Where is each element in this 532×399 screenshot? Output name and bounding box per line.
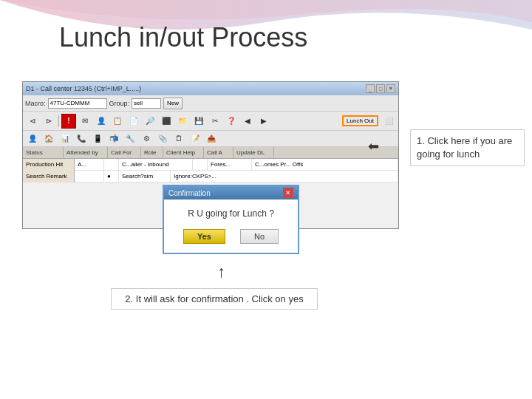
- production-row: Production Hit A... C...aller - Inbound …: [23, 159, 398, 171]
- macro-input[interactable]: [48, 98, 107, 109]
- search-cell-2: ●: [104, 171, 119, 182]
- icon-btn-r2-5[interactable]: 📱: [90, 132, 105, 146]
- icon-btn-r2-9[interactable]: 📎: [155, 132, 170, 146]
- callout-2-number: 2.: [125, 293, 133, 304]
- arrow-indicator-1: ⬅: [368, 138, 379, 154]
- col-role: Role: [141, 147, 163, 158]
- icon-btn-8[interactable]: ⬛: [159, 114, 174, 129]
- col-callfor: Call For: [108, 147, 141, 158]
- search-cell-4: Ignore:CKPS>...: [171, 171, 398, 182]
- prod-cell-3: C...aller - Inbound: [119, 159, 193, 170]
- icon-btn-12[interactable]: ❓: [224, 114, 239, 129]
- callout-1: 1. Click here if you are going for lunch: [410, 129, 525, 166]
- icon-btn-2[interactable]: ⊳: [41, 114, 56, 129]
- icon-btn-7[interactable]: 🔎: [143, 114, 157, 129]
- close-button[interactable]: ✕: [386, 84, 395, 93]
- minimize-button[interactable]: _: [366, 84, 375, 93]
- dialog-title: Confirmation: [168, 189, 211, 197]
- prod-cell-2: [104, 159, 119, 170]
- col-updatedl: Update DL: [233, 147, 274, 158]
- icon-btn-red[interactable]: !: [61, 114, 76, 129]
- dialog-no-button[interactable]: No: [240, 229, 279, 244]
- icon-btn-5[interactable]: 📋: [110, 114, 125, 129]
- maximize-button[interactable]: □: [376, 84, 385, 93]
- icon-btn-1[interactable]: ⊲: [25, 114, 40, 129]
- icon-btn-14[interactable]: ▶: [256, 114, 271, 129]
- icon-btn-10[interactable]: 💾: [191, 114, 206, 129]
- icon-btn-13[interactable]: ◀: [240, 114, 255, 129]
- col-attended: Attended by: [64, 147, 108, 158]
- icon-toolbar-1: ⊲ ⊳ ! ✉ 👤 📋 📄 🔎 ⬛ 📁 💾 ✂ ❓ ◀ ▶ Lunch Out …: [23, 112, 398, 131]
- callout-1-number: 1.: [417, 135, 425, 146]
- col-calla: Call A: [204, 147, 233, 158]
- group-label: Group:: [109, 100, 130, 107]
- window-controls: _ □ ✕: [366, 84, 395, 93]
- col-status: Status: [23, 147, 64, 158]
- search-label: Search Remark: [23, 171, 75, 183]
- search-cell-1: [75, 171, 104, 182]
- col-clienthelp: Client Help: [163, 147, 204, 158]
- macro-label: Macro:: [25, 100, 46, 107]
- icon-btn-3[interactable]: ✉: [78, 114, 92, 129]
- dialog-content: R U going for Lunch ? Yes No: [164, 200, 298, 253]
- dialog-message: R U going for Lunch ?: [173, 208, 289, 219]
- callout-1-text: Click here if you are going for lunch: [417, 135, 512, 160]
- page-title: Lunch in/out Process: [59, 22, 307, 53]
- data-area: Production Hit A... C...aller - Inbound …: [23, 159, 398, 183]
- prod-cell-1: A...: [75, 159, 104, 170]
- icon-btn-r2-8[interactable]: ⚙: [139, 132, 154, 146]
- icon-btn-right[interactable]: ⬜: [381, 114, 396, 129]
- confirmation-dialog: Confirmation ✕ R U going for Lunch ? Yes…: [163, 185, 299, 254]
- production-label: Production Hit: [23, 159, 75, 171]
- prod-cell-4: [193, 159, 208, 170]
- icon-btn-6[interactable]: 📄: [126, 114, 141, 129]
- group-input[interactable]: [132, 98, 161, 109]
- window-title: D1 - Call center 12345 (Ctrl+IMP_L.....): [26, 85, 141, 92]
- toolbar-row-1: Macro: Group: New: [23, 95, 398, 112]
- prod-cell-6: C...omes Pr... Offs: [252, 159, 398, 170]
- icon-btn-r2-4[interactable]: 📞: [74, 132, 89, 146]
- separator-1: [58, 115, 59, 127]
- icon-btn-r2-2[interactable]: 🏠: [41, 132, 56, 146]
- callout-2-text: It will ask for confirmation . Click on …: [136, 293, 304, 304]
- arrow-up-indicator: ↑: [217, 262, 225, 282]
- icon-btn-r2-1[interactable]: 👤: [25, 132, 40, 146]
- icon-btn-r2-10[interactable]: 🗒: [171, 132, 186, 146]
- icon-btn-r2-11[interactable]: 📝: [188, 132, 202, 146]
- icon-btn-r2-7[interactable]: 🔧: [123, 132, 137, 146]
- dialog-titlebar: Confirmation ✕: [164, 186, 298, 200]
- search-row: Search Remark ● Search?sim Ignore:CKPS>.…: [23, 171, 398, 183]
- icon-btn-r2-12[interactable]: 📤: [204, 132, 219, 146]
- icon-btn-9[interactable]: 📁: [175, 114, 190, 129]
- icon-btn-11[interactable]: ✂: [208, 114, 222, 129]
- callout-2: 2. It will ask for confirmation . Click …: [111, 288, 318, 310]
- lunch-out-button[interactable]: Lunch Out: [342, 115, 378, 126]
- column-headers: Status Attended by Call For Role Client …: [23, 147, 398, 159]
- icon-toolbar-2: 👤 🏠 📊 📞 📱 📬 🔧 ⚙ 📎 🗒 📝 📤: [23, 131, 398, 147]
- dialog-yes-button[interactable]: Yes: [183, 229, 225, 244]
- search-cell-3: Search?sim: [119, 171, 171, 182]
- prod-cell-5: Fores...: [208, 159, 252, 170]
- dialog-close-button[interactable]: ✕: [283, 188, 293, 198]
- icon-btn-r2-3[interactable]: 📊: [58, 132, 72, 146]
- icon-btn-r2-6[interactable]: 📬: [106, 132, 121, 146]
- new-button[interactable]: New: [163, 98, 183, 109]
- dialog-buttons: Yes No: [173, 229, 289, 244]
- window-titlebar: D1 - Call center 12345 (Ctrl+IMP_L.....)…: [23, 82, 398, 95]
- icon-btn-4[interactable]: 👤: [94, 114, 109, 129]
